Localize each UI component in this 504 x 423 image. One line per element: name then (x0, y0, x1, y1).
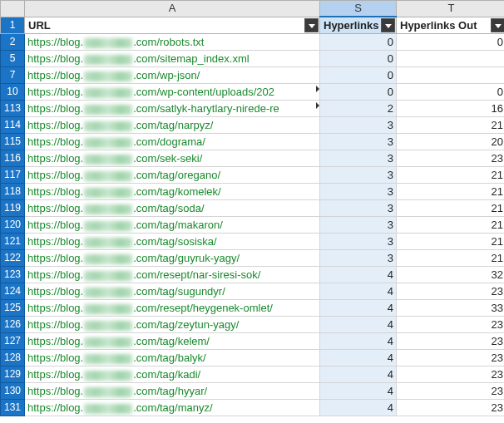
cell-hyperlinks-out[interactable]: 0 (397, 34, 505, 51)
cell-hyperlinks-in[interactable]: 0 (320, 67, 397, 84)
row-number[interactable]: 10 (1, 84, 25, 101)
cell-url[interactable]: https://blog..com/tag/sosiska/ (25, 234, 320, 250)
cell-hyperlinks-in[interactable]: 2 (320, 101, 397, 117)
row-number[interactable]: 7 (1, 67, 25, 84)
select-all-corner[interactable] (1, 1, 25, 17)
filter-dropdown-button[interactable] (304, 18, 319, 32)
cell-hyperlinks-out[interactable]: 21 (397, 184, 505, 200)
row-number[interactable]: 115 (1, 134, 25, 150)
cell-hyperlinks-out[interactable]: 23 (397, 333, 505, 350)
cell-hyperlinks-out[interactable]: 33 (397, 300, 505, 317)
row-number[interactable]: 123 (1, 267, 25, 283)
cell-hyperlinks-in[interactable]: 4 (320, 300, 397, 317)
row-number[interactable]: 122 (1, 250, 25, 267)
cell-hyperlinks-in[interactable]: 4 (320, 366, 397, 383)
cell-hyperlinks-in[interactable]: 4 (320, 400, 397, 416)
cell-hyperlinks-out[interactable]: 0 (397, 84, 505, 101)
cell-hyperlinks-in[interactable]: 3 (320, 217, 397, 234)
cell-hyperlinks-in[interactable]: 3 (320, 234, 397, 250)
cell-hyperlinks-in[interactable]: 3 (320, 150, 397, 167)
cell-url[interactable]: https://blog..com/resept/nar-siresi-sok/ (25, 267, 320, 283)
row-number[interactable]: 120 (1, 217, 25, 234)
cell-hyperlinks-out[interactable]: 21 (397, 234, 505, 250)
cell-hyperlinks-out[interactable]: 23 (397, 400, 505, 416)
cell-url[interactable]: https://blog..com/tag/manyz/ (25, 400, 320, 416)
row-number[interactable]: 121 (1, 234, 25, 250)
cell-hyperlinks-out[interactable]: 21 (397, 250, 505, 267)
row-number[interactable]: 124 (1, 283, 25, 300)
cell-hyperlinks-in[interactable]: 0 (320, 84, 397, 101)
cell-hyperlinks-out[interactable]: 23 (397, 383, 505, 400)
cell-hyperlinks-in[interactable]: 4 (320, 283, 397, 300)
row-number[interactable]: 130 (1, 383, 25, 400)
cell-url[interactable]: https://blog..com/resept/heygenek-omlet/ (25, 300, 320, 317)
cell-url[interactable]: https://blog..com/wp-json/ (25, 67, 320, 84)
row-number[interactable]: 118 (1, 184, 25, 200)
cell-hyperlinks-out[interactable]: 32 (397, 267, 505, 283)
cell-url[interactable]: https://blog..com/tag/kelem/ (25, 333, 320, 350)
cell-hyperlinks-out[interactable]: 21 (397, 117, 505, 134)
cell-hyperlinks-out[interactable]: 21 (397, 217, 505, 234)
cell-hyperlinks-out[interactable] (397, 67, 505, 84)
row-number[interactable]: 127 (1, 333, 25, 350)
row-number[interactable]: 113 (1, 101, 25, 117)
row-number[interactable]: 125 (1, 300, 25, 317)
cell-url[interactable]: https://blog..com/tag/zeytun-yagy/ (25, 317, 320, 333)
cell-url[interactable]: https://blog..com/tag/kadi/ (25, 366, 320, 383)
cell-hyperlinks-out[interactable]: 21 (397, 167, 505, 184)
row-number[interactable]: 128 (1, 350, 25, 366)
filter-dropdown-button[interactable] (491, 18, 504, 32)
cell-hyperlinks-in[interactable]: 3 (320, 184, 397, 200)
cell-url[interactable]: https://blog..com/tag/soda/ (25, 200, 320, 217)
cell-url[interactable]: https://blog..com/robots.txt (25, 34, 320, 51)
cell-hyperlinks-out[interactable]: 21 (397, 200, 505, 217)
column-header-S[interactable]: S (320, 1, 397, 17)
cell-url[interactable]: https://blog..com/tag/sugundyr/ (25, 283, 320, 300)
cell-url[interactable]: https://blog..com/satlyk-harytlary-nired… (25, 101, 320, 117)
cell-hyperlinks-out[interactable]: 23 (397, 350, 505, 366)
cell-url[interactable]: https://blog..com/tag/hyyar/ (25, 383, 320, 400)
cell-hyperlinks-in[interactable]: 0 (320, 51, 397, 67)
cell-url[interactable]: https://blog..com/wp-content/uploads/202 (25, 84, 320, 101)
row-number[interactable]: 2 (1, 34, 25, 51)
row-number[interactable]: 117 (1, 167, 25, 184)
cell-hyperlinks-out[interactable]: 23 (397, 150, 505, 167)
cell-hyperlinks-in[interactable]: 4 (320, 383, 397, 400)
row-number[interactable]: 126 (1, 317, 25, 333)
row-number[interactable]: 1 (1, 17, 25, 34)
cell-url[interactable]: https://blog..com/tag/oregano/ (25, 167, 320, 184)
cell-hyperlinks-in[interactable]: 3 (320, 167, 397, 184)
cell-hyperlinks-out[interactable]: 16 (397, 101, 505, 117)
row-number[interactable]: 131 (1, 400, 25, 416)
column-header-T[interactable]: T (397, 1, 505, 17)
cell-hyperlinks-in[interactable]: 4 (320, 350, 397, 366)
cell-hyperlinks-in[interactable]: 0 (320, 34, 397, 51)
cell-hyperlinks-out[interactable]: 23 (397, 317, 505, 333)
cell-hyperlinks-in[interactable]: 3 (320, 250, 397, 267)
filter-dropdown-button[interactable] (381, 18, 395, 32)
row-number[interactable]: 119 (1, 200, 25, 217)
cell-url[interactable]: https://blog..com/tag/narpyz/ (25, 117, 320, 134)
cell-url[interactable]: https://blog..com/sek-seki/ (25, 150, 320, 167)
cell-url[interactable]: https://blog..com/tag/balyk/ (25, 350, 320, 366)
spreadsheet-grid[interactable]: AST1URLHyperlinks InHyperlinks Out2https… (0, 0, 504, 416)
cell-url[interactable]: https://blog..com/tag/komelek/ (25, 184, 320, 200)
cell-hyperlinks-in[interactable]: 3 (320, 134, 397, 150)
cell-url[interactable]: https://blog..com/dograma/ (25, 134, 320, 150)
cell-hyperlinks-in[interactable]: 4 (320, 333, 397, 350)
row-number[interactable]: 5 (1, 51, 25, 67)
cell-url[interactable]: https://blog..com/sitemap_index.xml (25, 51, 320, 67)
cell-hyperlinks-in[interactable]: 3 (320, 117, 397, 134)
cell-url[interactable]: https://blog..com/tag/makaron/ (25, 217, 320, 234)
cell-hyperlinks-in[interactable]: 4 (320, 267, 397, 283)
column-header-A[interactable]: A (25, 1, 320, 17)
cell-hyperlinks-out[interactable]: 23 (397, 283, 505, 300)
row-number[interactable]: 129 (1, 366, 25, 383)
cell-hyperlinks-out[interactable]: 23 (397, 366, 505, 383)
row-number[interactable]: 116 (1, 150, 25, 167)
cell-url[interactable]: https://blog..com/tag/guyruk-yagy/ (25, 250, 320, 267)
cell-hyperlinks-in[interactable]: 3 (320, 200, 397, 217)
cell-hyperlinks-in[interactable]: 4 (320, 317, 397, 333)
row-number[interactable]: 114 (1, 117, 25, 134)
cell-hyperlinks-out[interactable]: 20 (397, 134, 505, 150)
